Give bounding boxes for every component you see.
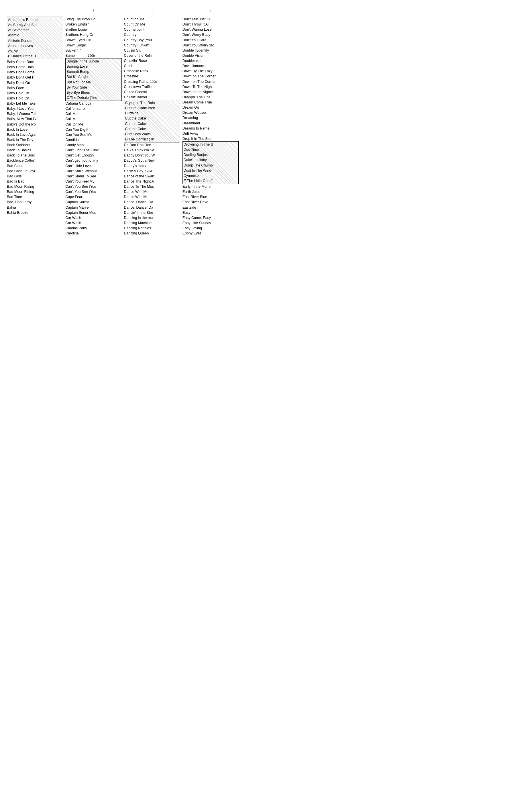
col-d-top-item: Down To The Night — [183, 84, 239, 90]
col-b-plain-item: Can You See Me — [65, 132, 121, 137]
col-d: Don't Talk Just KiDon't Throw It AllDon'… — [181, 17, 240, 236]
col-d-top-item: Dream Weaver — [183, 110, 239, 115]
col-c-hatched-item: Crying In The Rain — [125, 100, 179, 106]
col-b-top-item: Brother Louie — [65, 27, 121, 32]
col-d-plain-item: East River Blue — [183, 194, 239, 200]
header-labels: ↓ ↓ ↓ ↓ — [6, 6, 240, 12]
col-c-top-item: Count On Me — [124, 22, 180, 27]
col-a-plain-item: Bad Blood — [7, 163, 63, 169]
col-b-plain-item: Car Wash — [65, 215, 121, 221]
col-a-plain-item: Baby, I Wanna Tell — [7, 111, 63, 116]
col-b-plain-item: Call Me — [65, 116, 121, 121]
col-b-plain-item: Cardiac Party — [65, 226, 121, 231]
col-a-plain-item: Bad Time — [7, 194, 63, 200]
col-d-plain-item: Ebony Eyes — [183, 231, 239, 236]
col-a-plain-item: Bahia — [7, 205, 63, 210]
col-b: Bring The Boys HoBroken EnglishBrother L… — [64, 17, 122, 236]
header-col-d: ↓ — [210, 8, 211, 12]
col-d-top-item: Don't You Care — [183, 38, 239, 43]
col-a-plain-item: Bad Is Bad — [7, 179, 63, 184]
col-c-top-item: Country Funkin' — [124, 43, 180, 48]
col-c-plain-item: Daddy's Home — [124, 163, 180, 169]
col-d-hatched-item: Due Time — [184, 147, 238, 152]
col-b-plain-item: Can't Stand To See — [65, 174, 121, 179]
col-d-top-item: Dreaming — [183, 115, 239, 120]
col-a-plain-item: Bad Case Of Lovi — [7, 169, 63, 174]
col-a-plain-item: Baby, Now That I'v — [7, 116, 63, 121]
col-a-plain-item: Back In The Day — [7, 137, 63, 143]
col-c-hatched-item: D.The Conflict ("In — [125, 137, 179, 142]
col-d-top-item: Down on The Corner — [183, 79, 239, 84]
col-a-plain-item: Bad Moon Rising — [7, 184, 63, 189]
col-c-plain-item: Dance of the Swan — [124, 174, 180, 179]
col-c-top-item: Crossing Paths120c — [124, 79, 180, 84]
col-b-bumpin-text: Bumpin' — [65, 54, 78, 58]
col-d-top-item: Dreams to Reme — [183, 126, 239, 131]
col-c-plain-item: Dance, Dance, Da — [124, 205, 180, 210]
col-b-top-item: Broken English — [65, 22, 121, 27]
ref-120d-inline: 120d — [145, 169, 152, 173]
col-a-plain-item: Baby Come Back — [7, 64, 63, 70]
col-a-plain-item: Baby, I Love Your — [7, 106, 63, 111]
col-c-hatched-item: Cuts Both Ways — [125, 132, 179, 137]
col-c-top-item: Cover of the Rollin — [124, 53, 180, 58]
col-d-top-item: Double Ilydentity — [183, 48, 239, 53]
header-col-c: ↓ — [151, 8, 153, 12]
col-d-top-items: Don't Talk Just KiDon't Throw It AllDon'… — [183, 17, 239, 141]
col-c-plain-item: Dancing Queen — [124, 231, 180, 236]
col-a-plain-item: Baby Don't Go — [7, 80, 63, 86]
col-b-plain-item: Can't You Feel My — [65, 179, 121, 184]
col-d-plain-item: Early In the Mornin — [183, 184, 239, 189]
col-b-hatched-item: But Not For Me — [66, 80, 120, 85]
col-c-top-item: Count on Me — [124, 17, 180, 22]
col-d-hatched-item: Duke's Lullaby — [184, 157, 238, 163]
col-a-hatched-item: Autumn Leaves — [8, 43, 62, 49]
col-c-plain-item: Dancing Machine — [124, 221, 180, 226]
col-b-hatched-item: Bye Bye Blues — [66, 90, 120, 95]
col-b-hatched-item: Burning Love — [66, 64, 120, 69]
col-d-hatched-item: Dust In The Wind — [184, 168, 238, 173]
col-c-plain-item: Dance With Me — [124, 194, 180, 200]
col-c-plain-item: Daddy's Got a New — [124, 158, 180, 163]
col-c: Count on MeCount On MeCounterpointCountr… — [123, 17, 181, 236]
col-d-top-item: Down on The Corner — [183, 74, 239, 79]
col-a-plain-item: Baby Let Me Take — [7, 101, 63, 106]
col-d-hatched-item: E.The Little One (" — [184, 178, 238, 184]
col-b-plain-item: Carolina — [65, 231, 121, 236]
col-a: Armando's RhumbAs Surely As I StaAt Seve… — [6, 17, 64, 236]
col-b-top-item: Bring The Boys Ho — [65, 17, 121, 22]
col-d-top-item: Double Vision — [183, 53, 239, 58]
col-a-plain-item: Baby Hold On — [7, 91, 63, 96]
col-d-top-item: Don't You Worry 'Bo — [183, 43, 239, 48]
col-a-plain-item: Baby Don't Forge — [7, 70, 63, 75]
col-c-top-item: Cracklin' Rose — [124, 58, 180, 63]
col-a-plain-items: Baby Come BackBaby Come BackBaby Don't F… — [7, 59, 63, 215]
col-b-plain-item: Can You Dig It — [65, 127, 121, 132]
col-c-top-item: Crosstown Traffic — [124, 84, 180, 90]
col-d-hatched-box: Drowning In The SDue TimeDueling BanjosD… — [183, 141, 239, 184]
col-d-plain-item: East River Drive — [183, 200, 239, 205]
col-c-plain-item: Dance, Dance, Da — [124, 200, 180, 205]
col-b-plain-item: California roll — [65, 106, 121, 111]
col-a-hatched-item: B.Dance Of the B — [8, 54, 62, 59]
col-b-plain-item: Can't Fight The Funk — [65, 148, 121, 153]
col-d-plain-item: Easy — [183, 210, 239, 215]
col-a-plain-item: Bad Girls — [7, 174, 63, 179]
col-a-plain-item: Baby Don't Get H — [7, 75, 63, 80]
col-d-top-item: Don't Throw It All — [183, 22, 239, 27]
col-d-top-item: Don't Worry Baby — [183, 32, 239, 37]
col-c-top-item: Country — [124, 32, 180, 37]
col-d-hatched-item: Dynomite — [184, 173, 238, 178]
col-b-plain-item: Can't Smile Without — [65, 169, 121, 174]
col-c-plain-item: Dance With Me — [124, 189, 180, 194]
col-a-hatched-item: Armando's Rhumb — [8, 17, 62, 22]
col-c-arrow: ↓ — [151, 8, 153, 12]
col-c-plain-item: Da Doo Ron Ron — [124, 143, 180, 148]
col-d-top-item: Drift Away — [183, 131, 239, 136]
col-c-hatched-item: Cultural Concurren — [125, 106, 179, 111]
col-c-plain-items: Da Doo Ron RonDa Ya Think I'm SeDaddy Do… — [124, 143, 180, 236]
col-b-hatched-item: C.The Debate ("Inc — [66, 95, 120, 100]
col-a-plain-item: Back To The Bord — [7, 153, 63, 158]
col-b-plain-item: Candida — [65, 137, 121, 143]
col-b-hatched-box: Bungle in the JungleBurning LoveBurundi … — [65, 58, 121, 101]
